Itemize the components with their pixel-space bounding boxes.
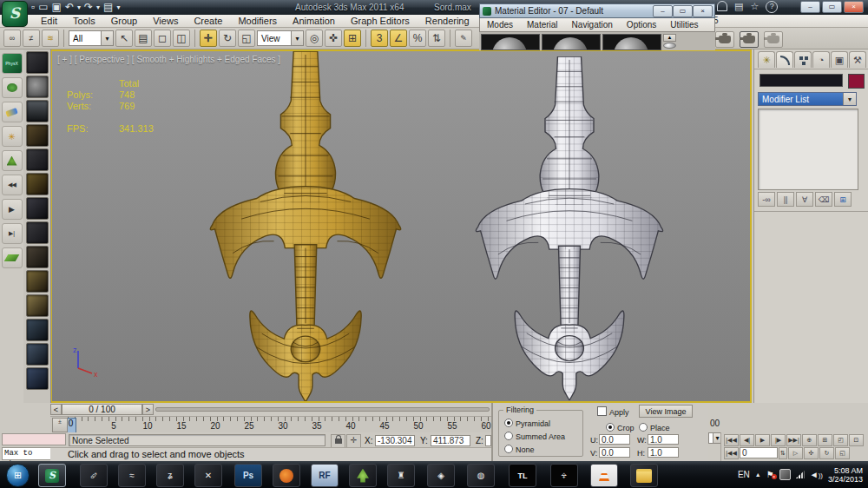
- absolute-mode-transform-icon[interactable]: ✛: [346, 434, 361, 448]
- menu-modifiers[interactable]: Modifiers: [230, 16, 285, 26]
- shelf-thumbnail-icon[interactable]: [26, 197, 49, 220]
- material-slot[interactable]: [602, 34, 661, 50]
- taskbar-maya-icon[interactable]: ≈: [118, 464, 146, 487]
- taskbar-speedtree-icon[interactable]: [349, 464, 377, 487]
- play-animation-icon[interactable]: ▶: [755, 434, 770, 446]
- menu-graph-editors[interactable]: Graph Editors: [343, 16, 418, 26]
- rendered-frame-teapot-icon[interactable]: [740, 31, 759, 48]
- save-file-icon[interactable]: ▣: [52, 1, 62, 13]
- redo-dropdown-icon[interactable]: ▾: [96, 3, 100, 11]
- modifier-stack[interactable]: [758, 109, 858, 190]
- track-bar[interactable]: 0 5 10 15 20 25 30 35 40 45 50 55 60: [50, 416, 491, 434]
- spinner-snap-icon[interactable]: ⇅: [428, 30, 445, 47]
- summed-area-radio[interactable]: [504, 432, 513, 440]
- render-production-teapot-icon[interactable]: [764, 31, 783, 48]
- object-color-swatch[interactable]: [848, 74, 865, 89]
- go-to-end-icon[interactable]: ▶▶|: [786, 434, 801, 446]
- new-file-icon[interactable]: ▫: [31, 1, 35, 13]
- next-frame-button[interactable]: >: [142, 404, 154, 415]
- open-file-icon[interactable]: ▭: [38, 1, 48, 13]
- redo-icon[interactable]: ↷: [84, 1, 93, 13]
- crop-v-field[interactable]: 0.0: [599, 447, 630, 458]
- time-slider-track[interactable]: [155, 407, 490, 412]
- snaps-toggle-icon[interactable]: 3: [371, 30, 388, 47]
- rectangular-selection-region-icon[interactable]: ◻: [154, 30, 171, 47]
- menu-group[interactable]: Group: [103, 16, 146, 26]
- zoom-all-icon[interactable]: ⊞: [818, 434, 832, 446]
- menu-views[interactable]: Views: [145, 16, 186, 26]
- apply-checkbox[interactable]: [597, 406, 607, 416]
- tray-clock[interactable]: 5:08 AM 3/24/2013: [828, 466, 866, 484]
- menu-create[interactable]: Create: [186, 16, 230, 26]
- menu-animation[interactable]: Animation: [285, 16, 343, 26]
- sword-model-white[interactable]: [467, 56, 672, 400]
- shelf-thumbnail-icon[interactable]: [26, 221, 49, 244]
- tab-motion[interactable]: ◔: [812, 51, 830, 68]
- pyramidal-radio[interactable]: [504, 419, 513, 427]
- pin-stack-icon[interactable]: -∞: [758, 192, 775, 207]
- physx-cloth-icon[interactable]: [2, 77, 23, 98]
- me-menu-utilities[interactable]: Utilities: [663, 20, 705, 30]
- taskbar-zbrush-icon[interactable]: ʑ: [156, 464, 184, 487]
- chevron-down-icon[interactable]: ▾: [843, 93, 856, 105]
- zoom-extents-icon[interactable]: ◰: [833, 434, 848, 446]
- maximize-viewport-icon[interactable]: ◱: [835, 447, 850, 459]
- y-coordinate-field[interactable]: 411.873: [431, 435, 470, 446]
- reference-coordinate-combo[interactable]: View▾: [257, 30, 304, 46]
- tab-display[interactable]: ▣: [831, 51, 848, 68]
- sim-step-icon[interactable]: ▶|: [2, 223, 23, 244]
- keyhole-icon[interactable]: [717, 1, 727, 11]
- volume-icon[interactable]: ◄)): [810, 470, 823, 479]
- me-menu-material[interactable]: Material: [520, 20, 565, 30]
- perspective-viewport[interactable]: [ + ] [ Perspective ] [ Smooth + Highlig…: [50, 49, 752, 403]
- physx-plane-icon[interactable]: [2, 247, 23, 268]
- me-menu-navigation[interactable]: Navigation: [565, 20, 620, 30]
- sample-type-icon[interactable]: [663, 43, 676, 49]
- material-editor-window[interactable]: Material Editor - 07 - Default – ▭ × Mod…: [479, 3, 715, 50]
- previous-frame-icon[interactable]: ◀|: [740, 434, 754, 446]
- configure-modifier-sets-icon[interactable]: ⊞: [834, 192, 852, 207]
- shelf-cat-icon[interactable]: [26, 294, 49, 317]
- x-coordinate-field[interactable]: -130.304: [375, 435, 415, 446]
- project-dropdown-icon[interactable]: ▾: [116, 3, 120, 11]
- zoom-extents-all-icon[interactable]: ⊡: [849, 434, 864, 446]
- taskbar-goat-icon[interactable]: 🜍: [550, 464, 578, 487]
- physx-eraser-icon[interactable]: [2, 102, 23, 122]
- select-and-link-icon[interactable]: ∞: [3, 30, 21, 47]
- object-name-field[interactable]: [760, 74, 843, 87]
- go-to-start-icon[interactable]: |◀◀: [724, 434, 739, 446]
- tab-utilities[interactable]: ⚒: [849, 51, 866, 68]
- selection-filter-combo[interactable]: All▾: [69, 30, 114, 46]
- taskbar-app-icon[interactable]: ◍: [467, 464, 495, 487]
- time-slider-handle[interactable]: 0 / 100: [62, 404, 142, 415]
- keyboard-override-icon[interactable]: ⊞: [344, 30, 361, 47]
- shelf-thumbnail-icon[interactable]: [26, 124, 49, 147]
- field-of-view-icon[interactable]: ▷: [788, 447, 803, 459]
- slot-scroll-up-icon[interactable]: ▲: [663, 34, 676, 42]
- undo-dropdown-icon[interactable]: ▾: [77, 3, 81, 11]
- sim-rewind-icon[interactable]: ◀◀: [2, 175, 23, 195]
- zoom-icon[interactable]: ⊕: [802, 434, 817, 446]
- tab-create[interactable]: ✳: [758, 51, 775, 68]
- bind-to-spacewarp-icon[interactable]: ≋: [42, 30, 59, 47]
- crop-h-field[interactable]: 1.0: [648, 447, 679, 458]
- chevron-down-icon[interactable]: ▾: [101, 31, 113, 45]
- open-mini-curve-editor-icon[interactable]: ±: [52, 418, 68, 432]
- taskbar-photoshop-icon[interactable]: Ps: [234, 464, 262, 487]
- chevron-down-icon[interactable]: ▾: [291, 31, 303, 45]
- menu-rendering[interactable]: Rendering: [418, 16, 477, 26]
- angle-snap-icon[interactable]: ∠: [390, 30, 407, 47]
- project-toolbar-icon[interactable]: ▤: [103, 1, 113, 13]
- use-pivot-center-icon[interactable]: ◎: [306, 30, 323, 47]
- physx-foliage-icon[interactable]: [2, 150, 23, 171]
- language-indicator[interactable]: EN: [738, 470, 750, 479]
- shelf-robot-icon[interactable]: [26, 319, 49, 341]
- named-selection-sets-icon[interactable]: ✎: [455, 30, 472, 47]
- current-frame-field[interactable]: 0: [740, 447, 778, 458]
- remove-modifier-icon[interactable]: ⌫: [815, 192, 832, 207]
- sword-model-gold[interactable]: [200, 51, 411, 402]
- none-radio[interactable]: [504, 445, 513, 453]
- taskbar-sculpt-app-icon[interactable]: ♜: [387, 464, 415, 487]
- make-unique-icon[interactable]: ∀: [796, 192, 813, 207]
- sim-play-icon[interactable]: ▶: [2, 199, 23, 220]
